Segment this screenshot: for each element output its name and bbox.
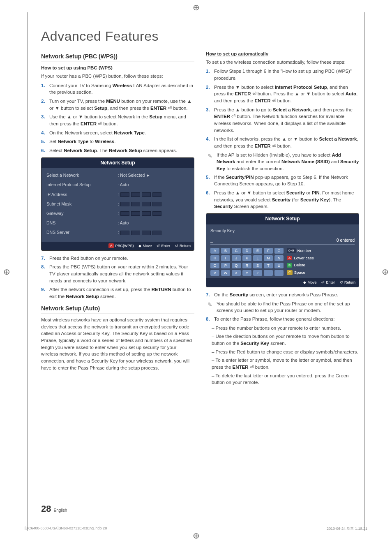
panel-row: DNS: Auto [46,220,189,226]
key-L[interactable]: L [253,255,262,261]
step-item: 8.Press the PBC (WPS) button on your rou… [41,263,194,284]
intro-text: To set up the wireless connection automa… [206,59,359,66]
intro-text: If your router has a PBC (WPS) button, f… [41,73,194,80]
key-Z[interactable]: Z [253,270,262,276]
crop-mark-icon: ⊕ [193,2,200,12]
page-language: English [53,508,67,513]
panel-row-label: IP Address [46,192,118,198]
step-item: 1.Follow Steps 1 through 6 in the "How t… [206,68,359,81]
key-R[interactable]: R [242,263,251,268]
auto-steps-7: 7.On the Security screen, enter your net… [206,291,359,298]
footer-enter: Enter [321,280,335,285]
panel-row-value: : [118,192,189,198]
auto-steps-cont: 5.If the Security/PIN pop-up appears, go… [206,174,359,210]
key-I[interactable]: I [221,255,230,261]
step-item: 6.Press the ▲ or ▼ button to select Secu… [206,189,359,210]
key-U[interactable]: U [274,263,284,268]
note-icon: ✎ [208,300,214,314]
panel-row-label: Select a Network [46,172,118,178]
footer-move: Move [303,280,316,285]
panel-row: IP Address: [46,192,189,198]
side-key-number[interactable]: 0~9Number [287,248,314,254]
key-D[interactable]: D [242,248,251,254]
auto-steps-8: 8.To enter the Pass Phrase, follow these… [206,316,359,323]
panel-row-label: DNS [46,220,118,226]
trim-line [364,12,365,531]
page-title: Advanced Features [41,29,359,44]
direction-item: Press the number buttons on your remote … [212,325,359,332]
step-item: 4.On the Network screen, select Network … [41,129,194,136]
crop-mark-icon: ⊕ [3,267,10,277]
panel-row-value: : [118,229,189,236]
panel-body: Select a Network: Not Selected ►Internet… [42,168,194,242]
key-S[interactable]: S [253,263,262,268]
footer-move: Move [138,243,152,249]
auto-steps: 1.Follow Steps 1 through 6 in the "How t… [206,68,359,149]
crop-mark-icon: ⊕ [382,267,389,277]
key-Y[interactable]: Y [242,270,251,276]
key-M[interactable]: M [264,255,273,261]
key-P[interactable]: P [221,263,230,268]
key-T[interactable]: T [264,263,273,268]
key-W[interactable]: W [221,270,230,276]
panel-row: Subnet Mask: [46,201,189,207]
passphrase-directions: Press the number buttons on your remote … [206,325,359,386]
step-item: 4.In the list of networks, press the ▲ o… [206,136,359,149]
step-item: 8.To enter the Pass Phrase, follow these… [206,316,359,323]
left-column: Network Setup (PBC (WPS)) How to set up … [41,48,194,388]
panel-row: Internet Protocol Setup: Auto [46,182,189,188]
key-G[interactable]: G [274,248,284,254]
crop-mark-icon: ⊕ [193,531,200,541]
key-A[interactable]: A [210,248,219,254]
entered-count: 0 entered [337,237,355,243]
section-heading-auto: Network Setup (Auto) [41,304,194,314]
side-key-space[interactable]: CSpace [287,270,314,275]
footer-return: Return [340,280,355,285]
key-J[interactable]: J [232,255,241,261]
page-content: Advanced Features Network Setup (PBC (WP… [41,29,359,514]
note-block: ✎ You should be able to find the Pass Ph… [208,300,359,314]
subheading-pbc: How to set up using PBC (WPS) [41,65,194,72]
key-H[interactable]: H [210,255,219,261]
key-blank [264,270,273,276]
key-blank [274,270,284,276]
page-number: 28 English [41,504,67,514]
footer-return: Return [175,243,191,249]
key-X[interactable]: X [232,270,241,276]
step-item: 3.Use the ▲ or ▼ button to select Networ… [41,113,194,127]
key-O[interactable]: O [210,263,219,268]
key-F[interactable]: F [264,248,273,254]
panel-row-value: : Auto [118,182,189,188]
footer-pbc: A PBC(WPS) [108,243,134,249]
panel-footer: A PBC(WPS) Move Enter Return [42,242,194,250]
key-input-row: _ 0 entered [210,236,355,245]
key-V[interactable]: V [210,270,219,276]
panel-body: Security Key _ 0 entered ABCDEFGHIJKLMNO… [206,224,359,278]
key-C[interactable]: C [232,248,241,254]
key-Q[interactable]: Q [232,263,241,268]
step-item: 2.Turn on your TV, press the MENU button… [41,98,194,111]
panel-title: Network Setup [206,214,359,224]
network-setup-panel: Network Setup Select a Network: Not Sele… [41,157,194,251]
step-item: 9.After the network connection is set up… [41,286,194,300]
security-key-label: Security Key [210,228,355,234]
note-text: You should be able to find the Pass Phra… [217,300,359,314]
panel-footer: Move Enter Return [206,278,359,287]
key-N[interactable]: N [274,255,284,261]
keyboard-grid: ABCDEFGHIJKLMNOPQRSTUVWXYZ 0~9NumberALow… [210,248,355,276]
key-E[interactable]: E [253,248,262,254]
side-key-delete[interactable]: BDelete [287,262,314,268]
side-key-lower-case[interactable]: ALower case [287,255,314,261]
panel-row-value: : [118,201,189,207]
pbc-steps-cont: 7.Press the Red button on your remote.8.… [41,255,194,300]
key-K[interactable]: K [242,255,251,261]
panel-row: DNS Server: [46,229,189,236]
direction-item: To a enter letter or symbol, move to the… [212,357,359,370]
panel-row-label: Subnet Mask [46,201,118,207]
footer-enter: Enter [157,243,170,249]
auto-paragraph: Most wireless networks have an optional … [41,317,194,371]
footer-file: [UC6400-6500-USA]BN68-02711E-03Eng.indb … [25,526,107,531]
print-footer: [UC6400-6500-USA]BN68-02711E-03Eng.indb … [25,526,367,531]
panel-row-value: : [118,210,189,217]
key-B[interactable]: B [221,248,230,254]
